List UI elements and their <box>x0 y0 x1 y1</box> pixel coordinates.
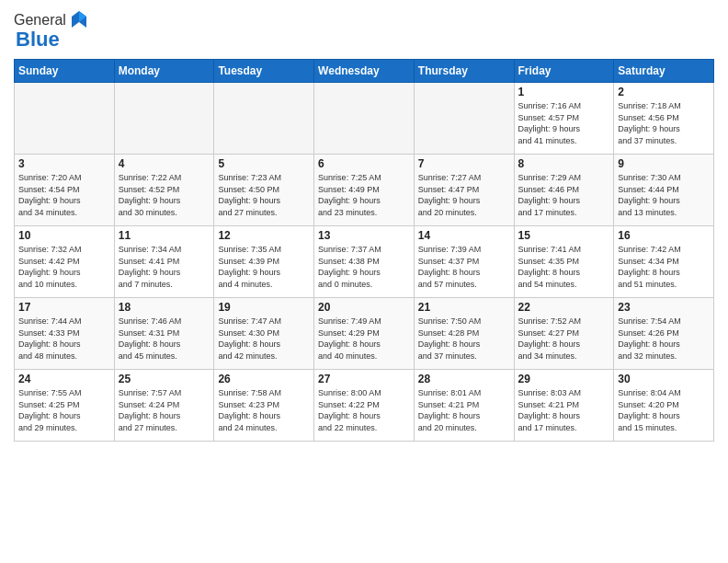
day-info: Sunrise: 7:44 AM Sunset: 4:33 PM Dayligh… <box>18 316 110 362</box>
day-info: Sunrise: 7:41 AM Sunset: 4:35 PM Dayligh… <box>518 244 610 290</box>
day-info: Sunrise: 7:49 AM Sunset: 4:29 PM Dayligh… <box>318 316 410 362</box>
calendar-day-8: 8Sunrise: 7:29 AM Sunset: 4:46 PM Daylig… <box>514 155 614 226</box>
header: General Blue <box>14 9 714 52</box>
calendar-day-10: 10Sunrise: 7:32 AM Sunset: 4:42 PM Dayli… <box>15 226 115 298</box>
calendar-day-11: 11Sunrise: 7:34 AM Sunset: 4:41 PM Dayli… <box>114 226 214 298</box>
day-info: Sunrise: 7:42 AM Sunset: 4:34 PM Dayligh… <box>618 244 710 290</box>
calendar-day-6: 6Sunrise: 7:25 AM Sunset: 4:49 PM Daylig… <box>314 155 415 226</box>
day-number: 8 <box>518 157 610 170</box>
day-info: Sunrise: 7:29 AM Sunset: 4:46 PM Dayligh… <box>518 172 610 218</box>
day-info: Sunrise: 7:22 AM Sunset: 4:52 PM Dayligh… <box>119 172 210 218</box>
day-number: 10 <box>18 229 110 242</box>
day-number: 4 <box>119 157 210 170</box>
day-info: Sunrise: 7:30 AM Sunset: 4:44 PM Dayligh… <box>618 172 710 218</box>
weekday-header-friday: Friday <box>514 60 614 83</box>
day-number: 5 <box>218 157 310 170</box>
weekday-header-tuesday: Tuesday <box>214 60 314 83</box>
calendar-day-20: 20Sunrise: 7:49 AM Sunset: 4:29 PM Dayli… <box>314 298 415 370</box>
calendar-day-13: 13Sunrise: 7:37 AM Sunset: 4:38 PM Dayli… <box>314 226 415 298</box>
day-info: Sunrise: 7:27 AM Sunset: 4:47 PM Dayligh… <box>418 172 510 218</box>
day-info: Sunrise: 7:57 AM Sunset: 4:24 PM Dayligh… <box>119 387 210 433</box>
day-info: Sunrise: 7:23 AM Sunset: 4:50 PM Dayligh… <box>218 172 310 218</box>
weekday-header-thursday: Thursday <box>414 60 514 83</box>
day-info: Sunrise: 8:04 AM Sunset: 4:20 PM Dayligh… <box>618 387 710 433</box>
calendar-week-0: 1Sunrise: 7:16 AM Sunset: 4:57 PM Daylig… <box>15 83 714 155</box>
calendar-day-26: 26Sunrise: 7:58 AM Sunset: 4:23 PM Dayli… <box>214 370 314 442</box>
calendar-day-15: 15Sunrise: 7:41 AM Sunset: 4:35 PM Dayli… <box>514 226 614 298</box>
day-info: Sunrise: 7:55 AM Sunset: 4:25 PM Dayligh… <box>18 387 110 433</box>
calendar-week-2: 10Sunrise: 7:32 AM Sunset: 4:42 PM Dayli… <box>15 226 714 298</box>
day-number: 16 <box>618 229 710 242</box>
calendar-day-empty <box>314 83 415 155</box>
day-number: 15 <box>518 229 610 242</box>
calendar-day-25: 25Sunrise: 7:57 AM Sunset: 4:24 PM Dayli… <box>114 370 214 442</box>
day-number: 7 <box>418 157 510 170</box>
day-number: 22 <box>518 301 610 314</box>
calendar-day-3: 3Sunrise: 7:20 AM Sunset: 4:54 PM Daylig… <box>15 155 115 226</box>
weekday-header-saturday: Saturday <box>614 60 714 83</box>
calendar-day-23: 23Sunrise: 7:54 AM Sunset: 4:26 PM Dayli… <box>614 298 714 370</box>
day-number: 23 <box>618 301 710 314</box>
calendar-day-30: 30Sunrise: 8:04 AM Sunset: 4:20 PM Dayli… <box>614 370 714 442</box>
day-info: Sunrise: 7:25 AM Sunset: 4:49 PM Dayligh… <box>318 172 410 218</box>
page: General Blue SundayMondayTuesdayWednesda… <box>0 0 728 563</box>
calendar-day-12: 12Sunrise: 7:35 AM Sunset: 4:39 PM Dayli… <box>214 226 314 298</box>
calendar-day-7: 7Sunrise: 7:27 AM Sunset: 4:47 PM Daylig… <box>414 155 514 226</box>
day-info: Sunrise: 7:16 AM Sunset: 4:57 PM Dayligh… <box>518 100 610 146</box>
calendar-day-28: 28Sunrise: 8:01 AM Sunset: 4:21 PM Dayli… <box>414 370 514 442</box>
calendar-day-empty <box>15 83 115 155</box>
calendar-week-4: 24Sunrise: 7:55 AM Sunset: 4:25 PM Dayli… <box>15 370 714 442</box>
logo-general-text: General <box>14 12 66 29</box>
day-number: 6 <box>318 157 410 170</box>
day-number: 26 <box>218 373 310 385</box>
day-number: 3 <box>18 157 110 170</box>
day-number: 25 <box>119 373 210 385</box>
day-number: 17 <box>18 301 110 314</box>
day-number: 12 <box>218 229 310 242</box>
day-number: 19 <box>218 301 310 314</box>
day-number: 9 <box>618 157 710 170</box>
calendar-day-29: 29Sunrise: 8:03 AM Sunset: 4:21 PM Dayli… <box>514 370 614 442</box>
calendar-day-empty <box>114 83 214 155</box>
day-number: 28 <box>418 373 510 385</box>
calendar-week-1: 3Sunrise: 7:20 AM Sunset: 4:54 PM Daylig… <box>15 155 714 226</box>
day-number: 29 <box>518 373 610 385</box>
day-info: Sunrise: 7:50 AM Sunset: 4:28 PM Dayligh… <box>418 316 510 362</box>
day-number: 11 <box>119 229 210 242</box>
day-info: Sunrise: 7:47 AM Sunset: 4:30 PM Dayligh… <box>218 316 310 362</box>
day-info: Sunrise: 7:52 AM Sunset: 4:27 PM Dayligh… <box>518 316 610 362</box>
calendar-header-row: SundayMondayTuesdayWednesdayThursdayFrid… <box>15 60 714 83</box>
calendar-day-1: 1Sunrise: 7:16 AM Sunset: 4:57 PM Daylig… <box>514 83 614 155</box>
calendar-day-17: 17Sunrise: 7:44 AM Sunset: 4:33 PM Dayli… <box>15 298 115 370</box>
day-info: Sunrise: 8:01 AM Sunset: 4:21 PM Dayligh… <box>418 387 510 433</box>
day-info: Sunrise: 7:32 AM Sunset: 4:42 PM Dayligh… <box>18 244 110 290</box>
calendar-day-19: 19Sunrise: 7:47 AM Sunset: 4:30 PM Dayli… <box>214 298 314 370</box>
day-number: 1 <box>518 86 610 98</box>
day-number: 21 <box>418 301 510 314</box>
calendar-day-18: 18Sunrise: 7:46 AM Sunset: 4:31 PM Dayli… <box>114 298 214 370</box>
calendar-day-21: 21Sunrise: 7:50 AM Sunset: 4:28 PM Dayli… <box>414 298 514 370</box>
day-number: 18 <box>119 301 210 314</box>
day-number: 30 <box>618 373 710 385</box>
day-number: 14 <box>418 229 510 242</box>
day-info: Sunrise: 7:58 AM Sunset: 4:23 PM Dayligh… <box>218 387 310 433</box>
calendar-table: SundayMondayTuesdayWednesdayThursdayFrid… <box>14 59 714 442</box>
calendar-day-9: 9Sunrise: 7:30 AM Sunset: 4:44 PM Daylig… <box>614 155 714 226</box>
weekday-header-monday: Monday <box>114 60 214 83</box>
weekday-header-wednesday: Wednesday <box>314 60 415 83</box>
calendar-day-24: 24Sunrise: 7:55 AM Sunset: 4:25 PM Dayli… <box>15 370 115 442</box>
day-info: Sunrise: 7:46 AM Sunset: 4:31 PM Dayligh… <box>119 316 210 362</box>
weekday-header-sunday: Sunday <box>15 60 115 83</box>
day-info: Sunrise: 7:34 AM Sunset: 4:41 PM Dayligh… <box>119 244 210 290</box>
calendar-day-4: 4Sunrise: 7:22 AM Sunset: 4:52 PM Daylig… <box>114 155 214 226</box>
day-number: 24 <box>18 373 110 385</box>
day-number: 2 <box>618 86 710 98</box>
calendar-day-14: 14Sunrise: 7:39 AM Sunset: 4:37 PM Dayli… <box>414 226 514 298</box>
calendar-day-empty <box>214 83 314 155</box>
day-info: Sunrise: 7:35 AM Sunset: 4:39 PM Dayligh… <box>218 244 310 290</box>
calendar-day-2: 2Sunrise: 7:18 AM Sunset: 4:56 PM Daylig… <box>614 83 714 155</box>
day-info: Sunrise: 7:20 AM Sunset: 4:54 PM Dayligh… <box>18 172 110 218</box>
day-info: Sunrise: 7:18 AM Sunset: 4:56 PM Dayligh… <box>618 100 710 146</box>
day-info: Sunrise: 7:39 AM Sunset: 4:37 PM Dayligh… <box>418 244 510 290</box>
day-number: 27 <box>318 373 410 385</box>
